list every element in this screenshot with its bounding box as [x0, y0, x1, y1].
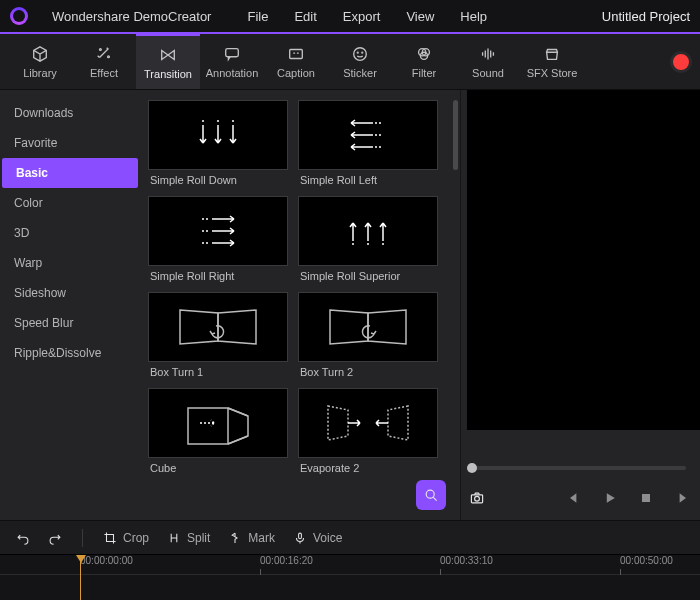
sidebar-item-basic[interactable]: Basic [2, 158, 138, 188]
tab-label: SFX Store [527, 67, 578, 79]
prev-button[interactable] [566, 490, 582, 506]
svg-rect-2 [226, 48, 239, 56]
bowtie-icon [159, 46, 177, 64]
timeline-playhead[interactable] [80, 555, 81, 600]
tab-sfx-store[interactable]: SFX Store [520, 34, 584, 89]
sidebar-item-downloads[interactable]: Downloads [0, 98, 140, 128]
tab-filter[interactable]: Filter [392, 34, 456, 89]
card-label: Evaporate 2 [298, 458, 438, 478]
sidebar-item-sideshow[interactable]: Sideshow [0, 278, 140, 308]
gallery-card[interactable]: Box Turn 1 [148, 292, 288, 382]
menu-bar: File Edit Export View Help [247, 9, 487, 24]
menu-file[interactable]: File [247, 9, 268, 24]
thumb-roll-right [148, 196, 288, 266]
record-button[interactable] [670, 34, 692, 89]
app-logo-icon [10, 7, 28, 25]
redo-button[interactable] [48, 531, 62, 545]
caption-icon [287, 45, 305, 63]
transition-gallery: Simple Roll Down Simple Roll Left Simple… [140, 90, 460, 520]
voice-button[interactable]: Voice [293, 531, 342, 545]
camera-icon [469, 490, 485, 506]
tab-label: Effect [90, 67, 118, 79]
card-label: Cube [148, 458, 288, 478]
gallery-card[interactable]: Simple Roll Superior [298, 196, 438, 286]
preview-controls [469, 490, 690, 506]
tab-label: Caption [277, 67, 315, 79]
next-button[interactable] [674, 490, 690, 506]
preview-panel [460, 90, 700, 520]
mark-icon [228, 531, 242, 545]
sparkle-icon [95, 45, 113, 63]
btn-label: Mark [248, 531, 275, 545]
equalizer-icon [479, 45, 497, 63]
record-icon [670, 51, 692, 73]
card-label: Simple Roll Down [148, 170, 288, 190]
svg-rect-3 [290, 49, 303, 58]
edit-toolbar: Crop Split Mark Voice [0, 520, 700, 554]
search-button[interactable] [416, 480, 446, 510]
filter-icon [415, 45, 433, 63]
tab-annotation[interactable]: Annotation [200, 34, 264, 89]
sidebar-item-speed-blur[interactable]: Speed Blur [0, 308, 140, 338]
svg-point-1 [100, 48, 102, 50]
svg-point-12 [475, 496, 480, 501]
tab-caption[interactable]: Caption [264, 34, 328, 89]
gallery-scrollbar[interactable] [453, 100, 458, 280]
menu-edit[interactable]: Edit [294, 9, 316, 24]
menu-help[interactable]: Help [460, 9, 487, 24]
play-icon [602, 490, 618, 506]
svg-point-6 [362, 52, 363, 53]
sidebar-item-3d[interactable]: 3D [0, 218, 140, 248]
preview-seek-slider[interactable] [471, 466, 686, 470]
stop-button[interactable] [638, 490, 654, 506]
sidebar-item-warp[interactable]: Warp [0, 248, 140, 278]
menu-view[interactable]: View [406, 9, 434, 24]
svg-point-5 [357, 52, 358, 53]
tab-label: Sound [472, 67, 504, 79]
gallery-card[interactable]: Evaporate 2 [298, 388, 438, 478]
cube-icon [31, 45, 49, 63]
tab-sticker[interactable]: Sticker [328, 34, 392, 89]
btn-label: Split [187, 531, 210, 545]
card-label: Simple Roll Superior [298, 266, 438, 286]
gallery-card[interactable]: Box Turn 2 [298, 292, 438, 382]
mark-button[interactable]: Mark [228, 531, 275, 545]
timeline[interactable]: 00:00:00:00 00:00:16:20 00:00:33:10 00:0… [0, 554, 700, 600]
gallery-card[interactable]: Simple Roll Left [298, 100, 438, 190]
smiley-icon [351, 45, 369, 63]
gallery-card[interactable]: Simple Roll Down [148, 100, 288, 190]
prev-icon [566, 490, 582, 506]
gallery-card[interactable]: Simple Roll Right [148, 196, 288, 286]
tab-effect[interactable]: Effect [72, 34, 136, 89]
btn-label: Voice [313, 531, 342, 545]
crop-button[interactable]: Crop [103, 531, 149, 545]
card-label: Box Turn 2 [298, 362, 438, 382]
store-icon [543, 45, 561, 63]
play-button[interactable] [602, 490, 618, 506]
undo-button[interactable] [16, 531, 30, 545]
thumb-evaporate [298, 388, 438, 458]
thumb-roll-up [298, 196, 438, 266]
thumb-cube [148, 388, 288, 458]
tab-sound[interactable]: Sound [456, 34, 520, 89]
timeline-ruler[interactable]: 00:00:00:00 00:00:16:20 00:00:33:10 00:0… [0, 555, 700, 575]
ruler-tick: 00:00:16:20 [260, 555, 313, 566]
tool-tabs: Library Effect Transition Annotation Cap… [0, 34, 700, 90]
menu-export[interactable]: Export [343, 9, 381, 24]
tab-label: Library [23, 67, 57, 79]
gallery-card[interactable]: Cube [148, 388, 288, 478]
sidebar-item-favorite[interactable]: Favorite [0, 128, 140, 158]
ruler-tick: 00:00:00:00 [80, 555, 133, 566]
snapshot-button[interactable] [469, 490, 485, 506]
sidebar-item-color[interactable]: Color [0, 188, 140, 218]
main-area: Downloads Favorite Basic Color 3D Warp S… [0, 90, 700, 520]
search-icon [423, 487, 439, 503]
chat-icon [223, 45, 241, 63]
svg-point-0 [108, 55, 110, 57]
crop-icon [103, 531, 117, 545]
sidebar-item-ripple-dissolve[interactable]: Ripple&Dissolve [0, 338, 140, 368]
split-button[interactable]: Split [167, 531, 210, 545]
tab-label: Annotation [206, 67, 259, 79]
tab-library[interactable]: Library [8, 34, 72, 89]
tab-transition[interactable]: Transition [136, 34, 200, 89]
